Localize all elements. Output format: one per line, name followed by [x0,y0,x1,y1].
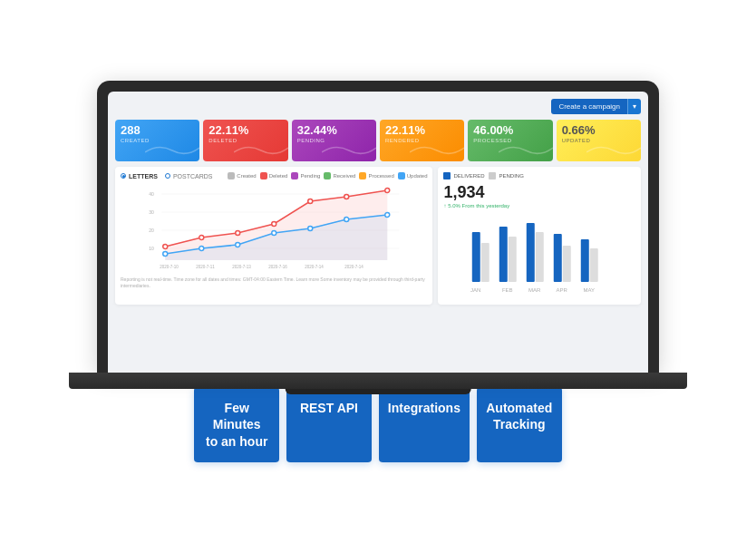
svg-point-21 [308,227,313,231]
line-chart-svg: 40 30 20 10 [121,183,427,274]
svg-text:MAR: MAR [529,287,542,293]
feature-card: Few Minutes to an hour [194,387,279,462]
laptop-screen-outer: Create a campaign ▾ 288 CREATED 22.11% D… [97,81,659,373]
svg-point-15 [344,195,349,199]
stat-card-created: 288 CREATED [115,120,199,161]
svg-text:40: 40 [149,191,154,197]
main-content: LETTERS POSTCARDS CreatedDeletedPendingR… [115,167,641,305]
top-bar: Create a campaign ▾ [115,99,641,114]
left-panel: LETTERS POSTCARDS CreatedDeletedPendingR… [115,167,432,305]
svg-text:FEB: FEB [502,287,513,293]
legend-item-received: Received [324,172,355,179]
svg-point-20 [272,231,276,236]
legend-item-processed: Processed [359,172,393,179]
legend-item-deleted: Deleted [260,172,288,179]
create-campaign-dropdown[interactable]: ▾ [627,99,641,114]
svg-point-18 [199,247,204,251]
svg-text:2020-7-10: 2020-7-10 [160,265,179,269]
scene: Create a campaign ▾ 288 CREATED 22.11% D… [0,81,756,462]
svg-text:APR: APR [557,287,568,293]
panel-header-left: LETTERS POSTCARDS CreatedDeletedPendingR… [121,172,427,179]
line-chart: 40 30 20 10 [121,183,427,274]
stat-card-deleted: 22.11% DELETED [203,120,287,161]
svg-point-19 [236,243,240,247]
stat-card-rendered: 22.11% RENDERED [380,120,464,161]
svg-rect-33 [509,237,517,282]
svg-point-16 [385,189,390,193]
legend-item-created: Created [228,172,256,179]
svg-point-10 [163,245,168,249]
create-campaign-button[interactable]: Create a campaign [551,99,627,114]
svg-point-14 [308,199,313,204]
svg-rect-32 [499,227,508,282]
svg-text:MAY: MAY [584,287,596,293]
svg-point-17 [163,252,168,257]
legend-item-updated: Updated [398,172,428,179]
svg-point-22 [344,218,349,222]
svg-point-11 [199,236,204,240]
feature-card: Integrations [379,387,470,462]
bar-header: DELIVEREDPENDING [443,172,635,179]
svg-rect-35 [536,232,544,282]
stat-card-pending: 32.44% PENDING [292,120,376,161]
stat-card-updated: 0.66% UPDATED [557,120,641,161]
feature-cards: Few Minutes to an hourREST APIIntegratio… [176,387,579,462]
svg-text:2020-7-13: 2020-7-13 [232,265,251,269]
right-panel: DELIVEREDPENDING 1,934 ↑ 5.0% From this … [438,167,641,305]
svg-text:30: 30 [149,209,154,215]
legend-item-pending: Pending [291,172,320,179]
svg-text:2020-7-11: 2020-7-11 [196,265,215,269]
laptop-base [69,373,687,389]
stat-card-processed: 46.00% PROCESSED [468,120,552,161]
svg-point-23 [385,213,390,218]
svg-text:10: 10 [149,246,154,251]
bar-chart-svg: JAN FEB MAR APR MAY [443,214,635,296]
laptop: Create a campaign ▾ 288 CREATED 22.11% D… [97,81,659,389]
svg-rect-34 [527,223,535,282]
svg-text:JAN: JAN [471,287,481,293]
svg-point-13 [272,222,276,227]
svg-rect-36 [554,234,562,282]
svg-text:2020-7-14: 2020-7-14 [344,265,363,269]
svg-rect-37 [563,246,571,282]
letters-radio[interactable] [121,173,126,179]
stat-cards: 288 CREATED 22.11% DELETED 32.44% PENDIN… [115,120,641,161]
letters-tab[interactable]: LETTERS [129,173,158,179]
svg-rect-39 [590,248,598,282]
postcards-radio[interactable] [165,173,170,179]
svg-point-12 [236,231,240,236]
bar-legend-pending: PENDING [489,172,523,179]
svg-rect-31 [481,243,489,282]
dashboard: Create a campaign ▾ 288 CREATED 22.11% D… [108,92,648,373]
feature-card: Automated Tracking [477,387,562,462]
svg-rect-30 [472,232,480,282]
big-number-sub: ↑ 5.0% From this yesterday [443,203,635,208]
feature-card: REST API [286,387,372,462]
svg-text:2020-7-16: 2020-7-16 [268,265,287,269]
chart-footer: Reporting is not real-time. Time zone fo… [121,276,427,289]
bar-legend-delivered: DELIVERED [443,172,484,179]
svg-rect-38 [581,239,589,282]
laptop-screen-inner: Create a campaign ▾ 288 CREATED 22.11% D… [108,92,648,373]
svg-text:2020-7-14: 2020-7-14 [305,265,324,269]
postcards-tab[interactable]: POSTCARDS [173,173,213,179]
svg-text:20: 20 [149,228,154,233]
big-number: 1,934 [443,183,635,202]
